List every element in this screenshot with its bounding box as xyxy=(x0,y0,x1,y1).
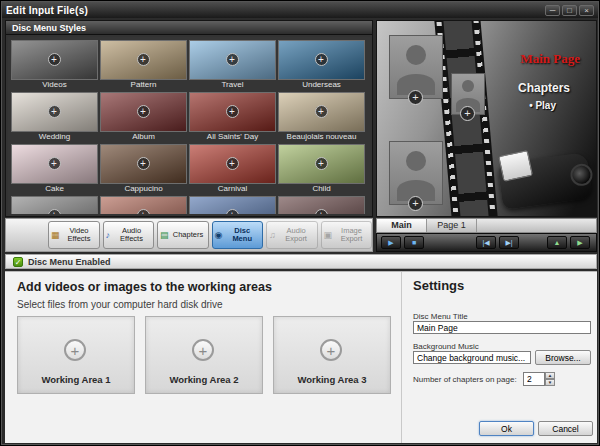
style-thumb-art: + xyxy=(11,40,98,80)
forward-button[interactable]: ▶ xyxy=(570,236,590,249)
style-thumb-carnival[interactable]: + Carnival xyxy=(189,144,276,194)
main-panel: Add videos or images to the working area… xyxy=(5,271,597,443)
style-thumb-label: Wedding xyxy=(11,132,98,142)
menu-item-placeholder[interactable]: + xyxy=(389,141,443,205)
working-areas-heading: Add videos or images to the working area… xyxy=(17,280,272,294)
style-thumb-album[interactable]: + Album xyxy=(100,92,187,142)
style-thumb-art: + xyxy=(189,144,276,184)
ok-button[interactable]: Ok xyxy=(479,421,534,436)
tab-main[interactable]: Main xyxy=(377,219,427,232)
audio-effects-icon: ♪ xyxy=(106,230,111,240)
working-area-2[interactable]: + Working Area 2 xyxy=(145,316,263,394)
plus-icon: + xyxy=(315,209,328,214)
browse-button[interactable]: Browse... xyxy=(535,350,591,365)
styles-grid: + Videos + Pattern + Travel + Underseas … xyxy=(8,37,370,214)
style-thumb-pattern[interactable]: + Pattern xyxy=(100,40,187,90)
person-icon xyxy=(406,151,426,171)
chapters-icon: ▤ xyxy=(160,230,169,240)
style-thumb-cappucino[interactable]: + Cappucino xyxy=(100,144,187,194)
working-area-1[interactable]: + Working Area 1 xyxy=(17,316,135,394)
close-button[interactable]: × xyxy=(579,5,594,16)
style-thumb-partial[interactable]: + xyxy=(189,196,276,214)
camcorder-body xyxy=(497,152,593,210)
style-thumb-art: + xyxy=(100,40,187,80)
disc-menu-button[interactable]: ◉ Disc Menu xyxy=(212,221,264,249)
spinner-down-icon[interactable]: ▼ xyxy=(545,379,555,386)
working-areas-subheading: Select files from your computer hard dis… xyxy=(17,299,223,310)
style-thumb-label: Cappucino xyxy=(100,184,187,194)
previous-button[interactable]: |◀ xyxy=(476,236,496,249)
disc-menu-title-input[interactable] xyxy=(413,321,591,334)
chapters-count-input[interactable] xyxy=(523,372,545,386)
plus-icon: + xyxy=(137,105,150,118)
video-effects-icon: ▦ xyxy=(51,230,60,240)
style-thumb-underseas[interactable]: + Underseas xyxy=(278,40,365,90)
style-thumb-videos[interactable]: + Videos xyxy=(11,40,98,90)
video-effects-button[interactable]: ▦ Video Effects xyxy=(48,221,100,249)
style-thumb-label: Beaujolais nouveau xyxy=(278,132,365,142)
next-button[interactable]: ▶| xyxy=(499,236,519,249)
style-thumb-art: + xyxy=(278,196,365,214)
stop-button[interactable]: ■ xyxy=(404,236,424,249)
disc-menu-styles-panel: Disc Menu Styles + Videos + Pattern + Tr… xyxy=(5,20,373,217)
style-thumb-child[interactable]: + Child xyxy=(278,144,365,194)
disc-menu-enabled-checkbox[interactable]: ✓ Disc Menu Enabled xyxy=(5,254,597,269)
plus-icon: + xyxy=(137,53,150,66)
audio-export-icon: ♫ xyxy=(269,230,276,240)
spinner-up-icon[interactable]: ▲ xyxy=(545,372,555,379)
audio-effects-button[interactable]: ♪ Audio Effects xyxy=(103,221,155,249)
style-thumb-art: + xyxy=(189,40,276,80)
plus-icon: + xyxy=(226,157,239,170)
playback-controls: ▶ ■ |◀ ▶| ▲ ▶ xyxy=(376,233,597,252)
style-thumb-label: Pattern xyxy=(100,80,187,90)
plus-icon: + xyxy=(408,196,423,211)
spinner-arrows: ▲ ▼ xyxy=(545,372,555,386)
plus-icon: + xyxy=(137,209,150,214)
preview-play-link[interactable]: • Play xyxy=(529,100,556,111)
tab-page-1[interactable]: Page 1 xyxy=(427,219,477,232)
style-thumb-label: Underseas xyxy=(278,80,365,90)
camcorder-screen xyxy=(498,150,533,182)
chapters-button[interactable]: ▤ Chapters xyxy=(157,221,209,249)
preview-chapters-link[interactable]: Chapters xyxy=(518,81,570,95)
plus-icon: + xyxy=(315,157,328,170)
menu-item-placeholder[interactable]: + xyxy=(389,35,443,99)
style-thumb-art: + xyxy=(11,196,98,214)
style-thumb-travel[interactable]: + Travel xyxy=(189,40,276,90)
style-thumb-partial[interactable]: + xyxy=(11,196,98,214)
menu-item-placeholder[interactable]: + xyxy=(451,73,485,115)
style-thumb-beaujolais[interactable]: + Beaujolais nouveau xyxy=(278,92,365,142)
maximize-button[interactable]: □ xyxy=(562,5,577,16)
person-icon xyxy=(462,80,474,93)
style-thumb-all-saints-day[interactable]: + All Saints' Day xyxy=(189,92,276,142)
vertical-divider xyxy=(401,272,402,443)
chapters-count-label: Number of chapters on page: xyxy=(413,375,517,384)
collapse-button[interactable]: ▲ xyxy=(547,236,567,249)
style-thumb-art: + xyxy=(278,92,365,132)
disc-menu-enabled-label: Disc Menu Enabled xyxy=(28,257,111,267)
plus-icon: + xyxy=(48,157,61,170)
plus-icon: + xyxy=(192,339,214,361)
audio-export-button: ♫ Audio Export xyxy=(266,221,318,249)
play-button[interactable]: ▶ xyxy=(381,236,401,249)
style-thumb-partial[interactable]: + xyxy=(278,196,365,214)
background-music-input[interactable] xyxy=(413,351,531,364)
style-thumb-wedding[interactable]: + Wedding xyxy=(11,92,98,142)
style-thumb-label: All Saints' Day xyxy=(189,132,276,142)
menu-preview-panel: + + + Main Page Chapters • Play xyxy=(376,20,597,217)
style-thumb-art: + xyxy=(100,144,187,184)
plus-icon: + xyxy=(48,105,61,118)
style-thumb-art: + xyxy=(189,92,276,132)
style-thumb-label: Carnival xyxy=(189,184,276,194)
style-thumb-art: + xyxy=(278,144,365,184)
style-thumb-partial[interactable]: + xyxy=(100,196,187,214)
plus-icon: + xyxy=(408,90,423,105)
cancel-button[interactable]: Cancel xyxy=(538,421,593,436)
person-icon xyxy=(406,45,426,65)
plus-icon: + xyxy=(320,339,342,361)
plus-icon: + xyxy=(226,209,239,214)
working-area-3[interactable]: + Working Area 3 xyxy=(273,316,391,394)
minimize-button[interactable]: ─ xyxy=(545,5,560,16)
style-thumb-cake[interactable]: + Cake xyxy=(11,144,98,194)
styles-panel-title: Disc Menu Styles xyxy=(6,21,372,35)
